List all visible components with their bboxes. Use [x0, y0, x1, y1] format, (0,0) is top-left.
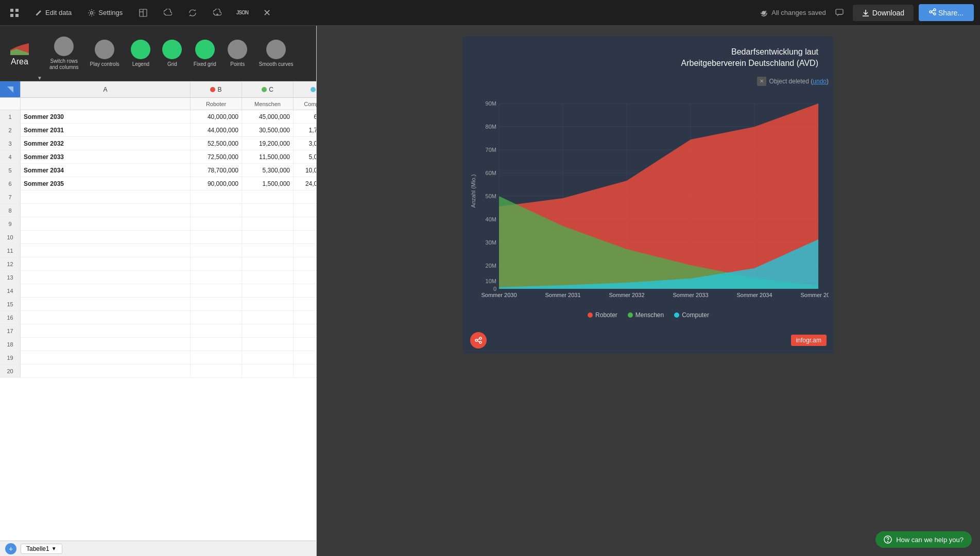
- cell-empty[interactable]: [242, 298, 294, 310]
- cell-empty[interactable]: [242, 271, 294, 284]
- cell-empty[interactable]: [21, 257, 191, 270]
- cell-b-4[interactable]: 78,700,000: [191, 164, 242, 177]
- cell-empty[interactable]: [21, 231, 191, 244]
- share-button[interactable]: Share...: [919, 4, 974, 21]
- cell-empty[interactable]: [294, 298, 316, 310]
- area-chevron[interactable]: ▼: [37, 75, 42, 81]
- cell-empty[interactable]: [21, 298, 191, 310]
- chart-share-button[interactable]: [470, 332, 487, 349]
- cell-empty[interactable]: [294, 217, 316, 230]
- cell-b-3[interactable]: 72,500,000: [191, 150, 242, 163]
- cell-empty[interactable]: [294, 351, 316, 364]
- cell-empty[interactable]: [191, 364, 242, 377]
- cell-empty[interactable]: [21, 190, 191, 203]
- cloud2-icon[interactable]: [209, 5, 226, 21]
- cell-c-4[interactable]: 5,300,000: [242, 164, 294, 177]
- cell-a-4[interactable]: Sommer 2034: [21, 164, 191, 177]
- cell-empty[interactable]: [191, 271, 242, 284]
- cell-empty[interactable]: [242, 244, 294, 257]
- cell-empty[interactable]: [21, 284, 191, 297]
- cell-empty[interactable]: [242, 257, 294, 270]
- settings-button[interactable]: Settings: [84, 7, 127, 19]
- cell-empty[interactable]: [191, 351, 242, 364]
- col-b-header[interactable]: B: [191, 81, 242, 97]
- cell-empty[interactable]: [294, 364, 316, 377]
- infogram-badge[interactable]: infogr.am: [791, 335, 827, 346]
- cell-empty[interactable]: [191, 257, 242, 270]
- cell-empty[interactable]: [21, 244, 191, 257]
- cell-empty[interactable]: [242, 311, 294, 324]
- cell-empty[interactable]: [294, 190, 316, 203]
- fixed-grid-tool[interactable]: Fixed grid: [190, 37, 220, 71]
- cell-empty[interactable]: [21, 364, 191, 377]
- cell-empty[interactable]: [21, 338, 191, 351]
- cell-d-4[interactable]: 10,000,000: [294, 164, 316, 177]
- cell-empty[interactable]: [294, 204, 316, 217]
- cell-empty[interactable]: [191, 338, 242, 351]
- sync-icon[interactable]: [184, 5, 201, 21]
- cell-empty[interactable]: [21, 324, 191, 337]
- cell-a-5[interactable]: Sommer 2035: [21, 177, 191, 190]
- cell-empty[interactable]: [242, 190, 294, 203]
- col-a-header[interactable]: A: [21, 81, 191, 97]
- cloud-icon[interactable]: [160, 5, 176, 21]
- cell-empty[interactable]: [294, 284, 316, 297]
- cell-b-5[interactable]: 90,000,000: [191, 177, 242, 190]
- cell-d-0[interactable]: 670,000: [294, 110, 316, 123]
- cell-d-3[interactable]: 5,000,000: [294, 150, 316, 163]
- col-c-header[interactable]: C: [242, 81, 294, 97]
- cell-empty[interactable]: [191, 204, 242, 217]
- cell-c-1[interactable]: 30,500,000: [242, 124, 294, 136]
- area-tool[interactable]: Area: [5, 38, 34, 70]
- cell-b-0[interactable]: 40,000,000: [191, 110, 242, 123]
- cell-b-1[interactable]: 44,000,000: [191, 124, 242, 136]
- cell-empty[interactable]: [294, 231, 316, 244]
- comment-icon[interactable]: [831, 5, 848, 21]
- cell-c-5[interactable]: 1,500,000: [242, 177, 294, 190]
- play-controls-tool[interactable]: Play controls: [86, 37, 124, 71]
- cell-c-0[interactable]: 45,000,000: [242, 110, 294, 123]
- json-icon[interactable]: JSON: [234, 5, 250, 21]
- apps-icon[interactable]: [6, 5, 23, 21]
- cell-empty[interactable]: [294, 338, 316, 351]
- cell-d-1[interactable]: 1,700,000: [294, 124, 316, 136]
- legend-tool[interactable]: Legend: [127, 37, 155, 71]
- cell-empty[interactable]: [242, 351, 294, 364]
- cell-a-1[interactable]: Sommer 2031: [21, 124, 191, 136]
- cell-empty[interactable]: [191, 190, 242, 203]
- layout-icon[interactable]: [135, 5, 151, 21]
- cell-empty[interactable]: [294, 324, 316, 337]
- smooth-curves-tool[interactable]: Smooth curves: [255, 37, 298, 71]
- grid-tool[interactable]: Grid: [158, 37, 186, 71]
- help-button[interactable]: How can we help you?: [875, 531, 972, 548]
- cell-empty[interactable]: [21, 217, 191, 230]
- add-tab-button[interactable]: +: [5, 543, 16, 554]
- cell-empty[interactable]: [191, 324, 242, 337]
- cell-empty[interactable]: [294, 271, 316, 284]
- tab-tabelle1[interactable]: Tabelle1 ▼: [21, 544, 62, 554]
- cell-empty[interactable]: [191, 217, 242, 230]
- deleted-close-button[interactable]: ✕: [757, 77, 766, 86]
- cell-empty[interactable]: [191, 311, 242, 324]
- cell-empty[interactable]: [21, 351, 191, 364]
- cell-empty[interactable]: [242, 284, 294, 297]
- cell-empty[interactable]: [21, 204, 191, 217]
- cell-empty[interactable]: [191, 298, 242, 310]
- cell-a-3[interactable]: Sommer 2033: [21, 150, 191, 163]
- cell-empty[interactable]: [294, 311, 316, 324]
- undo-link[interactable]: undo: [813, 78, 827, 85]
- cell-empty[interactable]: [21, 271, 191, 284]
- cell-b-2[interactable]: 52,500,000: [191, 137, 242, 150]
- cell-a-0[interactable]: Sommer 2030: [21, 110, 191, 123]
- cell-empty[interactable]: [242, 231, 294, 244]
- cell-c-3[interactable]: 11,500,000: [242, 150, 294, 163]
- cell-empty[interactable]: [242, 324, 294, 337]
- close-icon[interactable]: ✕: [259, 5, 275, 21]
- download-button[interactable]: Download: [853, 5, 914, 21]
- cell-a-2[interactable]: Sommer 2032: [21, 137, 191, 150]
- cell-empty[interactable]: [191, 244, 242, 257]
- points-tool[interactable]: Points: [223, 37, 252, 71]
- cell-empty[interactable]: [242, 217, 294, 230]
- cell-empty[interactable]: [294, 257, 316, 270]
- cell-d-5[interactable]: 24,000,000: [294, 177, 316, 190]
